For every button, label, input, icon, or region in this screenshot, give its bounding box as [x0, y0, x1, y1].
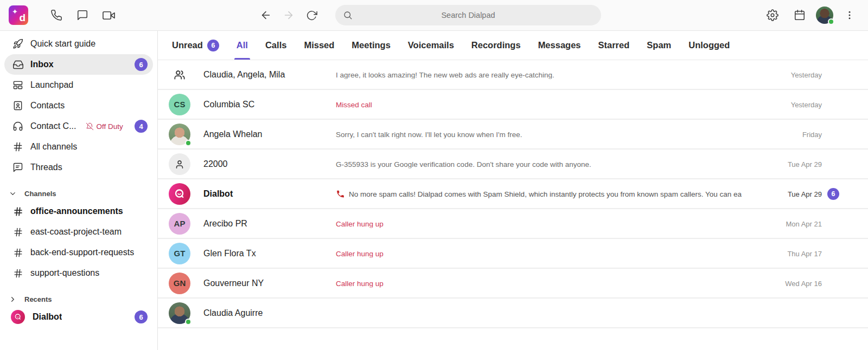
- dialbot-avatar: [11, 310, 25, 324]
- unread-count-badge: 6: [207, 40, 219, 51]
- conversation-list: Claudia, Angela, Mila I agree, it looks …: [158, 60, 868, 350]
- photo-avatar: [169, 302, 190, 324]
- conversation-preview: Sorry, I can't talk right now. I'll let …: [336, 130, 743, 138]
- conversation-row[interactable]: Claudia, Angela, Mila I agree, it looks …: [158, 60, 868, 90]
- chevron-down-icon: [9, 190, 17, 198]
- conversation-row[interactable]: GT Glen Flora Tx Caller hung up Thu Apr …: [158, 239, 868, 269]
- initials-avatar: GT: [169, 243, 190, 264]
- channel-label: east-coast-project-team: [30, 227, 122, 237]
- conversation-preview: Caller hung up: [336, 249, 743, 257]
- conversation-name: Columbia SC: [203, 100, 254, 109]
- tab-meetings[interactable]: Meetings: [352, 31, 391, 60]
- unread-count-badge: 4: [135, 120, 148, 133]
- unread-count-badge: 6: [135, 310, 148, 323]
- hash-icon: [12, 226, 24, 238]
- initials-avatar: GN: [169, 273, 190, 294]
- red-phone-icon: [336, 189, 345, 198]
- sidebar-item-launchpad[interactable]: Launchpad: [4, 75, 153, 95]
- conversation-row[interactable]: 22000 G-355933 is your Google verificati…: [158, 150, 868, 179]
- unread-count-badge: 6: [827, 188, 839, 200]
- sidebar: Quick start guide Inbox 6 Launchpad Cont…: [0, 31, 158, 350]
- conversation-time: Tue Apr 29: [788, 160, 822, 168]
- forward-button[interactable]: [278, 4, 299, 26]
- sidebar-item-label: All channels: [30, 142, 77, 152]
- hash-icon: [12, 267, 24, 279]
- back-button[interactable]: [255, 4, 277, 26]
- conversation-name: Arecibo PR: [203, 219, 247, 229]
- conversation-row[interactable]: AP Arecibo PR Caller hung up Mon Apr 21: [158, 209, 868, 239]
- channel-label: office-announcements: [30, 206, 123, 216]
- conversation-time: Friday: [802, 130, 822, 138]
- sidebar-channel-support-questions[interactable]: support-questions: [4, 263, 153, 283]
- sidebar-item-quick-start-guide[interactable]: Quick start guide: [4, 34, 153, 54]
- tab-messages[interactable]: Messages: [538, 31, 581, 60]
- threads-icon: [12, 161, 24, 173]
- conversation-name: Glen Flora Tx: [203, 249, 256, 258]
- headset-icon: [12, 120, 24, 132]
- refresh-button[interactable]: [301, 4, 322, 26]
- online-status-dot: [828, 18, 834, 25]
- sidebar-item-inbox[interactable]: Inbox 6: [4, 54, 153, 75]
- conversation-row[interactable]: GN Gouverneur NY Caller hung up Wed Apr …: [158, 269, 868, 299]
- sidebar-item-contacts[interactable]: Contacts: [4, 95, 153, 116]
- sidebar-item-label: Quick start guide: [30, 39, 95, 49]
- inbox-main: Unread 6 All Calls Missed Meetings Voice…: [158, 31, 868, 350]
- tab-unlogged[interactable]: Unlogged: [688, 31, 730, 60]
- sidebar-item-label: Launchpad: [30, 80, 73, 90]
- tab-all[interactable]: All: [237, 31, 248, 60]
- phone-button[interactable]: [46, 4, 67, 26]
- conversation-preview: G-355933 is your Google verification cod…: [336, 160, 743, 168]
- top-bar: ✦ d: [0, 0, 868, 31]
- rocket-icon: [12, 38, 24, 50]
- conversation-row[interactable]: CS Columbia SC Missed call Yesterday: [158, 90, 868, 120]
- sidebar-channel-east-coast-project-team[interactable]: east-coast-project-team: [4, 222, 153, 242]
- online-status-dot: [185, 140, 192, 146]
- conversation-preview: I agree, it looks amazing! The new web a…: [336, 70, 743, 79]
- inbox-tabs: Unread 6 All Calls Missed Meetings Voice…: [158, 31, 868, 60]
- kebab-menu-button[interactable]: [839, 4, 860, 26]
- conversation-name: Claudia Aguirre: [203, 308, 263, 318]
- tab-recordings[interactable]: Recordings: [471, 31, 521, 60]
- user-avatar[interactable]: [816, 7, 833, 24]
- conversation-name: Gouverneur NY: [203, 278, 264, 288]
- chat-button[interactable]: [72, 4, 93, 26]
- initials-avatar: AP: [169, 213, 190, 235]
- conversation-preview: No more spam calls! Dialpad comes with S…: [336, 189, 743, 198]
- tab-starred[interactable]: Starred: [598, 31, 630, 60]
- calendar-button[interactable]: [789, 4, 810, 26]
- sidebar-item-contact-center[interactable]: Contact C... Off Duty 4: [4, 116, 153, 137]
- recents-section-header[interactable]: Recents: [4, 293, 153, 306]
- search-input[interactable]: [335, 5, 601, 25]
- settings-button[interactable]: [762, 4, 783, 26]
- conversation-time: Tue Apr 29: [788, 190, 822, 198]
- sidebar-recent-dialbot[interactable]: Dialbot 6: [4, 307, 153, 327]
- hash-icon: [12, 247, 24, 258]
- channel-label: support-questions: [30, 268, 99, 278]
- bell-off-icon: [86, 122, 94, 131]
- conversation-row[interactable]: Angela Whelan Sorry, I can't talk right …: [158, 120, 868, 150]
- channels-section-header[interactable]: Channels: [4, 187, 153, 200]
- tab-missed[interactable]: Missed: [304, 31, 334, 60]
- search-bar[interactable]: [335, 5, 601, 25]
- tab-unread[interactable]: Unread 6: [172, 31, 219, 60]
- search-icon: [343, 10, 353, 20]
- tab-spam[interactable]: Spam: [647, 31, 671, 60]
- conversation-row-dialbot[interactable]: Dialbot No more spam calls! Dialpad come…: [158, 179, 868, 209]
- conversation-time: Yesterday: [791, 70, 822, 79]
- inbox-icon: [12, 59, 24, 70]
- online-status-dot: [185, 319, 192, 325]
- video-button[interactable]: [98, 4, 119, 26]
- sidebar-item-threads[interactable]: Threads: [4, 157, 153, 178]
- sidebar-item-all-channels[interactable]: All channels: [4, 137, 153, 157]
- refresh-icon: [306, 10, 317, 21]
- conversation-time: Wed Apr 16: [785, 279, 822, 287]
- conversation-row[interactable]: Claudia Aguirre: [158, 299, 868, 328]
- sidebar-channel-office-announcements[interactable]: office-announcements: [4, 201, 153, 222]
- conversation-preview: Caller hung up: [336, 279, 743, 287]
- dialpad-logo[interactable]: ✦ d: [9, 5, 28, 25]
- tab-voicemails[interactable]: Voicemails: [408, 31, 454, 60]
- sidebar-channel-back-end-support-requests[interactable]: back-end-support-requests: [4, 242, 153, 263]
- tab-calls[interactable]: Calls: [265, 31, 286, 60]
- sidebar-item-label: Inbox: [30, 60, 54, 69]
- person-avatar-icon: [169, 153, 190, 175]
